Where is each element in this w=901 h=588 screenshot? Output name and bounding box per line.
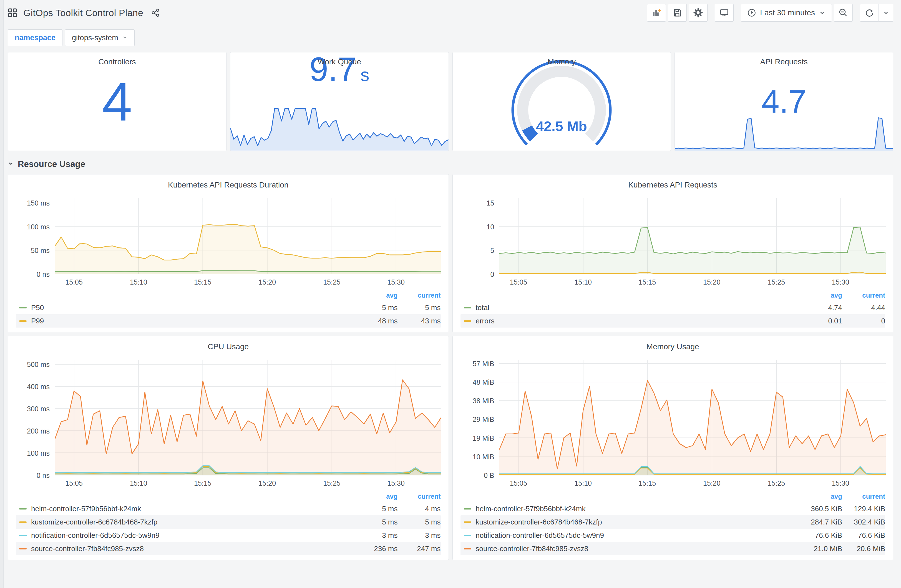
panel-cpu-usage: CPU Usage 0 ns100 ms200 ms300 ms400 ms50… (8, 336, 449, 560)
plot-area[interactable]: 15:0515:1015:1515:2015:2515:30 (55, 198, 441, 274)
legend-col-current[interactable]: current (398, 493, 441, 500)
legend-avg-value: 4.74 (806, 303, 842, 312)
x-tick-label: 15:10 (574, 479, 592, 487)
save-button[interactable] (668, 4, 687, 22)
legend-current-value: 3 ms (398, 531, 441, 540)
legend-row: notification-controller-6d56575dc-5w9n93… (16, 529, 441, 542)
stat-value: 4.7 (761, 86, 806, 118)
y-tick-label: 500 ms (27, 361, 50, 369)
series-color-dash (19, 535, 26, 536)
apps-icon[interactable] (8, 8, 17, 17)
y-tick-label: 10 (486, 223, 494, 231)
panel-title[interactable]: Work Queue (231, 53, 449, 66)
panel-k8s-api-requests-duration: Kubernetes API Requests Duration 0 ns50 … (8, 174, 449, 332)
legend: avgcurrentP505 ms5 msP9948 ms43 ms (14, 290, 443, 328)
y-axis: 0 ns100 ms200 ms300 ms400 ms500 ms (14, 360, 55, 475)
panel-title[interactable]: API Requests (675, 53, 893, 66)
legend-col-avg[interactable]: avg (362, 291, 398, 299)
x-tick-label: 15:05 (510, 278, 527, 286)
legend-col-avg[interactable]: avg (362, 493, 398, 500)
x-tick-label: 15:25 (323, 278, 341, 286)
legend-avg-value: 3 ms (362, 531, 398, 540)
legend-row: notification-controller-6d56575dc-5w9n97… (460, 529, 885, 542)
x-tick-label: 15:15 (194, 479, 212, 487)
y-tick-label: 38 MiB (473, 397, 494, 405)
legend-series-name[interactable]: notification-controller-6d56575dc-5w9n9 (31, 531, 362, 540)
variable-label-namespace[interactable]: namespace (8, 30, 62, 46)
chevron-down-icon (122, 34, 128, 42)
legend-series-name[interactable]: source-controller-7fb84fc985-zvsz8 (476, 544, 806, 553)
x-tick-label: 15:30 (832, 278, 850, 286)
panel-title[interactable]: Kubernetes API Requests (458, 179, 888, 190)
x-tick-label: 15:15 (639, 479, 656, 487)
legend-series-name[interactable]: errors (476, 317, 806, 325)
legend-current-value: 302.4 KiB (842, 518, 885, 526)
plot-area[interactable]: 15:0515:1015:1515:2015:2515:30 (55, 360, 441, 475)
section-title: Resource Usage (18, 159, 85, 169)
panel-title[interactable]: Kubernetes API Requests Duration (14, 179, 443, 190)
panel-title[interactable]: Memory (453, 53, 671, 66)
legend-series-name[interactable]: kustomize-controller-6c6784b468-7kzfp (31, 518, 362, 526)
add-panel-button[interactable] (647, 4, 666, 22)
plot-area[interactable]: 15:0515:1015:1515:2015:2515:30 (499, 360, 886, 475)
dashboard-title[interactable]: GitOps Toolkit Control Plane (23, 8, 143, 18)
series-color-dash (19, 521, 26, 523)
share-icon[interactable] (151, 8, 160, 17)
legend-row: kustomize-controller-6c6784b468-7kzfp5 m… (16, 515, 441, 529)
variable-value-dropdown[interactable]: gitops-system (65, 30, 135, 46)
chart-canvas (55, 198, 441, 274)
legend-series-name[interactable]: P50 (31, 303, 362, 312)
series-color-dash (464, 508, 471, 510)
panel-memory-usage: Memory Usage 0 B10 MiB19 MiB29 MiB38 MiB… (452, 336, 893, 560)
legend-row: kustomize-controller-6c6784b468-7kzfp284… (460, 515, 885, 529)
plot-area[interactable]: 15:0515:1015:1515:2015:2515:30 (499, 198, 886, 274)
settings-button[interactable] (689, 4, 708, 22)
y-tick-label: 50 ms (31, 247, 50, 255)
legend-col-avg[interactable]: avg (806, 291, 842, 299)
x-tick-label: 15:30 (387, 479, 405, 487)
legend-avg-value: 5 ms (362, 518, 398, 526)
legend-series-name[interactable]: notification-controller-6d56575dc-5w9n9 (476, 531, 806, 540)
panel-title[interactable]: Controllers (8, 53, 226, 66)
legend-series-name[interactable]: P99 (31, 317, 362, 325)
legend-col-avg[interactable]: avg (806, 493, 842, 500)
x-tick-label: 15:30 (832, 479, 850, 487)
legend-series-name[interactable]: source-controller-7fb84fc985-zvsz8 (31, 544, 362, 553)
x-tick-label: 15:10 (130, 278, 147, 286)
legend-col-current[interactable]: current (398, 291, 441, 299)
variable-value-label: gitops-system (72, 34, 118, 42)
legend-avg-value: 76.6 KiB (806, 531, 842, 540)
series-color-dash (19, 508, 26, 510)
x-tick-label: 15:20 (259, 278, 276, 286)
section-resource-usage[interactable]: Resource Usage (0, 151, 901, 169)
chart-canvas (499, 198, 886, 274)
legend-series-name[interactable]: helm-controller-57f9b56bbf-k24mk (476, 504, 806, 513)
x-tick-label: 15:05 (65, 278, 83, 286)
legend-col-current[interactable]: current (842, 291, 885, 299)
legend-current-value: 129.4 KiB (842, 504, 885, 513)
y-tick-label: 15 (486, 199, 494, 207)
x-tick-label: 15:05 (65, 479, 83, 487)
memory-gauge: 42.5 Mb (453, 65, 671, 151)
legend-col-current[interactable]: current (842, 493, 885, 500)
legend-current-value: 43 ms (398, 317, 441, 325)
time-picker-button[interactable]: Last 30 minutes (741, 4, 832, 22)
legend-row: total4.744.44 (460, 301, 885, 314)
tv-button[interactable] (715, 4, 734, 22)
legend-series-name[interactable]: helm-controller-57f9b56bbf-k24mk (31, 504, 362, 513)
refresh-dropdown-button[interactable] (879, 4, 893, 22)
panel-work-queue: Work Queue 9.7 s (230, 52, 449, 151)
zoom-out-button[interactable] (834, 4, 853, 22)
panel-title[interactable]: Memory Usage (458, 341, 888, 351)
gauge-canvas: 42.5 Mb (506, 59, 617, 151)
legend-series-name[interactable]: total (476, 303, 806, 312)
refresh-button[interactable] (860, 4, 879, 22)
legend-row: helm-controller-57f9b56bbf-k24mk5 ms4 ms (16, 502, 441, 515)
legend-series-name[interactable]: kustomize-controller-6c6784b468-7kzfp (476, 518, 806, 526)
variables-row: namespace gitops-system (0, 22, 901, 46)
panel-title[interactable]: CPU Usage (14, 341, 443, 351)
legend-avg-value: 48 ms (362, 317, 398, 325)
legend-row: source-controller-7fb84fc985-zvsz821.0 M… (460, 542, 885, 555)
y-tick-label: 0 B (484, 471, 494, 479)
y-tick-label: 10 MiB (473, 453, 494, 461)
